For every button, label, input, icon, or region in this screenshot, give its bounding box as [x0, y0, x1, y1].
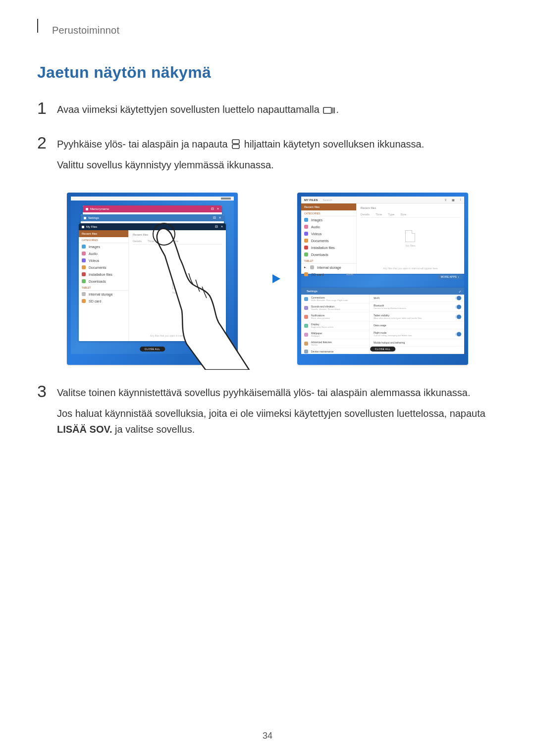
mf-item-downloads: Downloads [301, 251, 356, 258]
list-item-sub: Block, allow, prioritize [311, 317, 330, 319]
card-header-settings: Settings ⊟× [81, 214, 224, 221]
section-title: Jaetun näytön näkymä [37, 63, 498, 82]
mf-item-audio: Audio [79, 250, 128, 257]
step-3-line2-a: Jos haluat käynnistää sovelluksia, joita… [57, 408, 485, 419]
list-item-label: Downloads [89, 280, 106, 283]
list-item-label: Documents [89, 266, 106, 269]
list-item-label: Internal storage [317, 266, 341, 269]
mf-item-install: Installation files [301, 244, 356, 251]
categories-label: CATEGORIES [301, 210, 356, 216]
card-header-memory: Memorymemo ⊟× [83, 205, 222, 212]
device-right: MY FILES Search ⇪ ▦ ⫶ Recent files CATEG… [297, 193, 468, 365]
recents-icon [323, 105, 335, 114]
list-item-label: Documents [311, 239, 328, 243]
instruction-figure: Memorymemo ⊟× Settings ⊟× My Files [37, 193, 498, 365]
settings-item-wallpaper: WallpaperWallpaper [301, 330, 369, 339]
myfiles-topbar: MY FILES Search ⇪ ▦ ⫶ [301, 197, 464, 203]
mf-item-internal: Internal storage [79, 291, 128, 298]
myfiles-main-header: Recent files [133, 233, 222, 236]
myfiles-sort-tabs: Details Time Type Size [361, 211, 460, 218]
list-item-sub: Wi-Fi, Bluetooth, Data usage, Flight mod… [311, 299, 348, 302]
list-item-label: Images [311, 218, 322, 222]
step-number-2: 2 [37, 134, 57, 178]
myfiles-side-header: Recent files [301, 203, 356, 210]
detail-sub: Connect to nearby Bluetooth devices. [374, 307, 460, 309]
sort-tab: Time [148, 240, 154, 243]
more-icon: ⫶ [460, 198, 461, 202]
split-bottom-pane: Settings ⤢ ConnectionsWi-Fi, Bluetooth, … [301, 288, 464, 354]
mf-item-videos: Videos [79, 257, 128, 264]
list-item-label: Internal storage [89, 293, 113, 296]
list-item-label: Images [89, 245, 100, 249]
list-item-label: Device maintenance [311, 350, 333, 353]
settings-item-display: DisplayBrightness, Home screen [301, 321, 369, 330]
detail-hotspot: Mobile hotspot and tethering [370, 339, 464, 347]
sort-tab: Details [361, 213, 370, 216]
step-1-text-before: Avaa viimeksi käytettyjen sovellusten lu… [57, 104, 322, 115]
sort-tab: Size [400, 213, 406, 216]
step-3-bold: LISÄÄ SOV. [57, 424, 112, 435]
toggle-icon [455, 305, 461, 308]
split-screen-icon [231, 139, 240, 149]
list-item-label: Installation files [311, 246, 335, 250]
step-1-text-after: . [336, 104, 339, 115]
sort-tab: Type [160, 240, 166, 243]
toggle-icon [455, 332, 461, 336]
card-title: Memorymemo [90, 207, 211, 210]
statusbar [71, 197, 234, 201]
settings-item-connections: ConnectionsWi-Fi, Bluetooth, Data usage,… [301, 295, 369, 303]
close-all-button: CLOSE ALL [370, 347, 395, 352]
detail-sub: Turn off calling, messaging and Mobile d… [374, 334, 460, 337]
step-3-body: Valitse toinen käynnistettävä sovellus p… [57, 385, 498, 442]
share-icon: ⇪ [444, 198, 447, 202]
mf-item-install: Installation files [79, 271, 128, 278]
app-icon [84, 217, 86, 219]
mf-item-sd: SD cardMount [301, 271, 356, 278]
detail-label: Data usage [374, 324, 460, 327]
settings-title: Settings [307, 290, 318, 293]
mf-item-internal: ▸Internal storage [301, 264, 356, 271]
split-top-pane: MY FILES Search ⇪ ▦ ⫶ Recent files CATEG… [301, 197, 464, 274]
list-item-label: Videos [89, 259, 99, 262]
tablet-label: TABLET [79, 285, 128, 291]
settings-item-maint: Device maintenance [301, 348, 369, 354]
myfiles-app: Recent files CATEGORIES Images Audio Vid… [79, 230, 226, 341]
toolbar-icons: ⇪ ▦ ⫶ [444, 198, 461, 202]
empty-label: No files [405, 244, 415, 247]
detail-label: Mobile hotspot and tethering [374, 341, 460, 344]
step-number-1: 1 [37, 100, 57, 122]
empty-note: Any files that you open in internal will… [383, 267, 437, 270]
more-apps-button: MORE APPS ⫶ [438, 274, 462, 279]
list-item-label: Installation files [89, 273, 112, 276]
card-header-myfiles: My Files ⊟× [79, 223, 226, 230]
card-title: Settings [88, 216, 213, 219]
detail-sub: Allow other devices to find your tablet … [374, 317, 460, 319]
expand-icon: ⤢ [459, 290, 461, 293]
list-item-sub: Games [311, 344, 332, 346]
app-title: MY FILES [304, 199, 318, 202]
breadcrumb: Perustoiminnot [52, 25, 119, 36]
detail-visibility: Tablet visibilityAllow other devices to … [370, 312, 464, 322]
step-2-line1-before: Pyyhkäise ylös- tai alaspäin ja napauta [57, 139, 230, 150]
detail-label: Wi-Fi [374, 297, 460, 300]
grid-icon: ▦ [452, 198, 455, 202]
step-2-line1-after: hiljattain käytetyn sovelluksen ikkunass… [241, 139, 424, 150]
list-item-label: SD card [89, 300, 101, 303]
step-3-line1: Valitse toinen käynnistettävä sovellus p… [57, 385, 498, 401]
page-marker [37, 19, 38, 33]
empty-label: No files [172, 291, 182, 294]
step-2-body: Pyyhkäise ylös- tai alaspäin ja napauta … [57, 136, 498, 178]
arrow-right-icon [253, 273, 282, 285]
empty-note: Any files that you open in internal will… [150, 334, 205, 337]
settings-item-advanced: Advanced featuresGames [301, 339, 369, 348]
step-3-line2-b: ja valitse sovellus. [112, 424, 195, 435]
myfiles-main-header: Recent files [361, 206, 460, 209]
myfiles-side-header: Recent files [79, 230, 128, 237]
list-item-label: Downloads [311, 253, 328, 256]
myfiles-sort-tabs: Details Time Type Size [133, 238, 222, 245]
device-left: Memorymemo ⊟× Settings ⊟× My Files [67, 193, 238, 365]
list-item-sub: Wallpaper [311, 335, 322, 337]
list-item-sub: Sounds, Vibration, Do not disturb [311, 308, 340, 310]
tablet-label: TABLET [301, 258, 356, 264]
toggle-icon [455, 297, 461, 300]
